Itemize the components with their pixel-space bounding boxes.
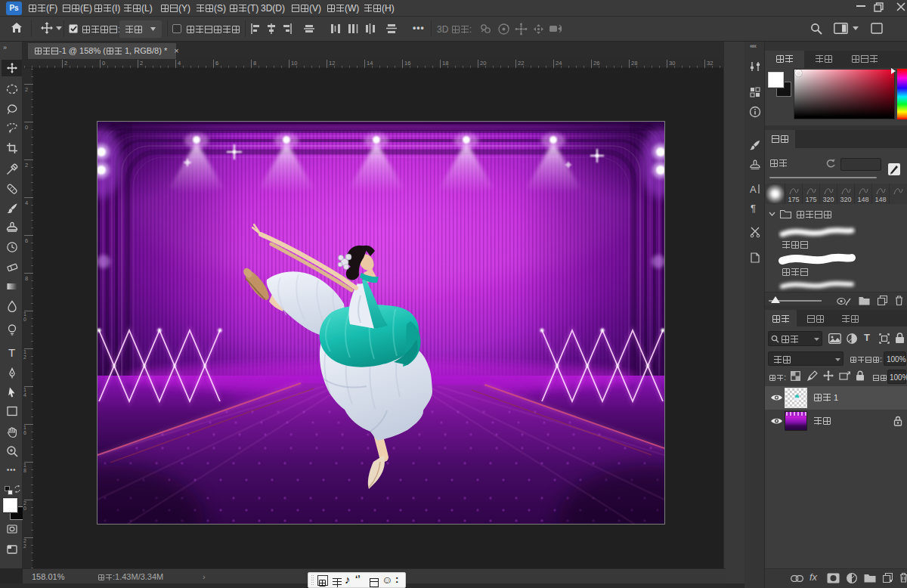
svg-text:8: 8 [23,468,26,473]
svg-text:2: 2 [23,500,26,506]
svg-text:A: A [750,184,757,195]
svg-text:10: 10 [291,60,297,67]
svg-text:2: 2 [23,543,26,549]
svg-text:24: 24 [556,60,562,67]
svg-text:2: 2 [23,354,26,360]
svg-text:0: 0 [23,506,26,511]
svg-text:T: T [8,346,15,358]
svg-text:2: 2 [140,60,143,67]
svg-text:4: 4 [25,200,28,206]
svg-text:30: 30 [669,60,675,67]
svg-text:2: 2 [64,60,67,67]
svg-text:6: 6 [23,430,26,435]
svg-text:2: 2 [25,86,28,93]
svg-text:1: 1 [23,311,26,317]
svg-text:18: 18 [442,60,448,67]
svg-text:4: 4 [23,392,26,398]
svg-text:1: 1 [23,463,26,468]
svg-text:4: 4 [178,60,181,67]
svg-text:20: 20 [480,60,486,67]
svg-text:2: 2 [25,162,28,169]
svg-text:1: 1 [23,425,26,430]
svg-text:2: 2 [23,538,26,543]
svg-text:8: 8 [25,275,28,282]
svg-text:26: 26 [593,60,599,67]
svg-text:1: 1 [23,387,26,392]
svg-text:12: 12 [329,60,335,67]
svg-text:6: 6 [215,60,218,67]
svg-text:¶: ¶ [751,203,756,214]
svg-text:1: 1 [23,349,26,354]
svg-text:6: 6 [25,237,28,244]
svg-text:0: 0 [102,60,105,67]
svg-text:32: 32 [707,60,713,67]
svg-text:0: 0 [25,124,28,131]
svg-text:14: 14 [367,60,373,67]
svg-text:16: 16 [404,60,410,67]
svg-text:22: 22 [518,60,524,67]
svg-text:0: 0 [23,317,26,322]
svg-text:28: 28 [631,60,637,67]
svg-text:8: 8 [253,60,256,67]
